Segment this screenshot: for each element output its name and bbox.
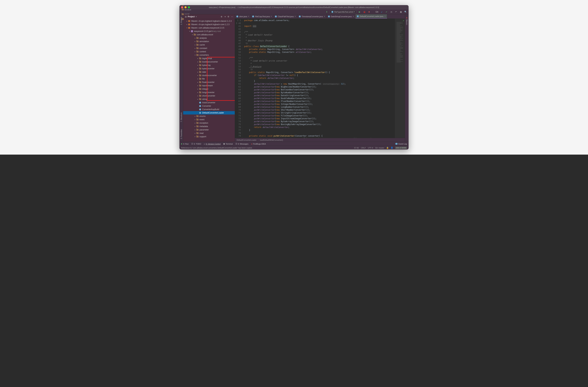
zoom-window[interactable] bbox=[188, 6, 190, 8]
class-icon: C bbox=[331, 11, 333, 13]
ide-settings-icon[interactable]: ▦ bbox=[399, 10, 402, 14]
tree-item[interactable]: ▸inputstream bbox=[183, 84, 235, 87]
tool-project[interactable]: 1: Project bbox=[180, 16, 183, 26]
tool-todo[interactable]: ☰6: TODO bbox=[191, 143, 201, 145]
tree-item[interactable]: ▸parameter bbox=[183, 128, 235, 132]
lock-icon: 🔒 bbox=[386, 147, 389, 149]
tree-item[interactable]: ▸metadata bbox=[183, 125, 235, 128]
tree-item[interactable]: ▸Maven: ch.qos.logback:logback-classic:1… bbox=[183, 19, 235, 23]
tool-structure[interactable]: 7: Structure bbox=[180, 112, 183, 123]
vcs-commit-icon[interactable]: ✔ bbox=[385, 10, 388, 14]
editor-tab[interactable]: CDefaultConverterLoader.java✕ bbox=[356, 14, 387, 19]
class-icon: C bbox=[236, 16, 238, 18]
close-tab-icon[interactable]: ✕ bbox=[294, 16, 296, 17]
revert-icon[interactable]: ↶ bbox=[394, 10, 398, 14]
debug-icon[interactable]: 🐞 bbox=[363, 10, 366, 14]
tree-item[interactable]: ▾com.alibaba.excel bbox=[183, 33, 235, 36]
close-tab-icon[interactable]: ✕ bbox=[248, 16, 249, 17]
tree-item[interactable]: CConverterKeyBuild bbox=[183, 108, 235, 111]
memory-indicator[interactable]: 308 of 989M bbox=[395, 147, 407, 149]
editor-tabs: Cction.java✕CFileCopyTest.java✕CClassPat… bbox=[235, 14, 405, 19]
tree-item[interactable]: ▸string bbox=[183, 97, 235, 101]
window-title: easy-java [~/Projects/easy-java] - ~/.m2… bbox=[209, 6, 379, 8]
tree-item[interactable]: CConverter bbox=[183, 104, 235, 108]
class-icon: C bbox=[328, 16, 330, 18]
code-editor[interactable]: package com.alibaba.excel.converters; im… bbox=[242, 19, 395, 138]
tool-run[interactable]: ▶4: Run bbox=[181, 143, 189, 145]
minimize-window[interactable] bbox=[185, 6, 187, 8]
tool-terminal[interactable]: ▣Terminal bbox=[223, 143, 233, 145]
tree-item[interactable]: ▸cache bbox=[183, 43, 235, 46]
minimap[interactable]: ✔ bbox=[395, 19, 405, 138]
search-icon[interactable]: 🔍 bbox=[404, 10, 407, 14]
close-tab-icon[interactable]: ✕ bbox=[324, 16, 325, 17]
titlebar: easy-java [~/Projects/easy-java] - ~/.m2… bbox=[179, 5, 409, 9]
tree-item[interactable]: ▸analysis bbox=[183, 36, 235, 40]
close-window[interactable] bbox=[181, 6, 183, 8]
tree-item[interactable]: ▸constant bbox=[183, 46, 235, 50]
tree-item[interactable]: ▸annotation bbox=[183, 40, 235, 43]
tree-item[interactable]: ▸Maven: ch.qos.logback:logback-core:1.2.… bbox=[183, 23, 235, 26]
tool-findbugs[interactable]: ●FindBugs-IDEA bbox=[251, 143, 266, 145]
line-ending[interactable]: CRLF bbox=[361, 147, 366, 149]
vcs-update-icon[interactable]: ↙ bbox=[380, 10, 383, 14]
tool-messages[interactable]: ☰0: Messages bbox=[235, 143, 248, 145]
tree-item[interactable]: ▸file bbox=[183, 77, 235, 81]
run-config-selector[interactable]: C FileTypeUtilsTest.isXml ▾ bbox=[330, 10, 357, 13]
crumb[interactable]: loadDefaultWriteConverter() bbox=[260, 139, 283, 141]
tree-item[interactable]: ▸floatconverter bbox=[183, 81, 235, 84]
tree-item[interactable]: ▸integer bbox=[183, 87, 235, 91]
editor-tab[interactable]: CDateStringConverter.java✕ bbox=[327, 14, 356, 19]
tree-item[interactable]: ▸booleanconverter bbox=[183, 60, 235, 64]
hide-icon[interactable]: — bbox=[231, 16, 233, 18]
status-bar: Reference to 'com.alibaba.excel.converte… bbox=[179, 146, 409, 150]
tree-item[interactable]: ▸event bbox=[183, 118, 235, 121]
git-branch[interactable]: Git: master bbox=[375, 147, 384, 149]
run-config-label: FileTypeUtilsTest.isXml bbox=[334, 11, 353, 13]
tree-item[interactable]: ▸longconverter bbox=[183, 91, 235, 94]
settings-icon[interactable]: ⚙ bbox=[228, 16, 229, 18]
editor-breadcrumbs: DefaultConverterLoader › loadDefaultWrit… bbox=[235, 138, 405, 142]
tree-item[interactable]: ▾easyexcel-2.0.5.jar library root bbox=[183, 30, 235, 33]
tree-item[interactable]: ▸bytearray bbox=[183, 64, 235, 67]
locate-icon[interactable]: ⊕ bbox=[221, 16, 222, 18]
close-tab-icon[interactable]: ✕ bbox=[384, 15, 386, 17]
tree-item[interactable]: CAutoConverter bbox=[183, 101, 235, 104]
tool-maven[interactable]: mMaven bbox=[405, 16, 408, 26]
ide-window: easy-java [~/Projects/easy-java] - ~/.m2… bbox=[179, 5, 409, 150]
tree-item[interactable]: ▸support bbox=[183, 135, 235, 138]
tree-item[interactable]: CDefaultConverterLoader bbox=[183, 111, 235, 114]
event-badge: 1 bbox=[395, 143, 398, 145]
editor-tab[interactable]: CTimestampConverter.java✕ bbox=[297, 14, 327, 19]
tree-item[interactable]: ▸bigdecimal bbox=[183, 57, 235, 60]
close-tab-icon[interactable]: ✕ bbox=[353, 16, 354, 17]
close-tab-icon[interactable]: ✕ bbox=[271, 16, 272, 17]
navigation-bar: easyexcel-2.0.5-sources.jar›com›alibaba›… bbox=[179, 9, 409, 14]
crumb[interactable]: DefaultConverterLoader bbox=[237, 139, 256, 141]
history-icon[interactable]: ◷ bbox=[390, 10, 393, 14]
tool-favorites[interactable]: 2: Favorites bbox=[180, 128, 183, 140]
tool-vcs[interactable]: ⎌9: Version Control bbox=[204, 143, 220, 145]
tree-item[interactable]: ▸exception bbox=[183, 121, 235, 125]
stop-icon[interactable]: ■ bbox=[367, 10, 371, 14]
collapse-icon[interactable]: ⇥ bbox=[224, 16, 226, 18]
gutter: 1 2 3 40 41 42 43 44 45 46 47 48 49 50 5… bbox=[235, 19, 242, 138]
inspection-icon[interactable]: 👤 bbox=[391, 147, 393, 149]
tree-item[interactable]: ▸doubleconverter bbox=[183, 74, 235, 77]
event-log[interactable]: 1 Event Log bbox=[395, 143, 407, 145]
encoding[interactable]: UTF-8 bbox=[368, 147, 373, 149]
tree-item[interactable]: ▾Maven: com.alibaba:easyexcel:2.0.5 bbox=[183, 26, 235, 30]
tree-item[interactable]: ▸byteconverter bbox=[183, 67, 235, 70]
editor-tab[interactable]: CFileCopyTest.java✕ bbox=[251, 14, 273, 19]
editor-tab[interactable]: CClassPathTest.java✕ bbox=[273, 14, 297, 19]
tree-item[interactable]: ▸shortconverter bbox=[183, 94, 235, 97]
tree-item[interactable]: ▾converters bbox=[183, 53, 235, 57]
build-icon[interactable]: ⬇︎ bbox=[325, 10, 328, 14]
run-icon[interactable]: ▶ bbox=[358, 10, 361, 14]
tree-item[interactable]: ▸enums bbox=[183, 114, 235, 118]
tree-item[interactable]: ▸read bbox=[183, 132, 235, 135]
project-tree[interactable]: ▸Maven: ch.qos.logback:logback-classic:1… bbox=[183, 19, 235, 142]
tree-item[interactable]: ▸context bbox=[183, 50, 235, 53]
editor-tab[interactable]: Cction.java✕ bbox=[235, 14, 251, 19]
tree-item[interactable]: ▸date bbox=[183, 70, 235, 74]
